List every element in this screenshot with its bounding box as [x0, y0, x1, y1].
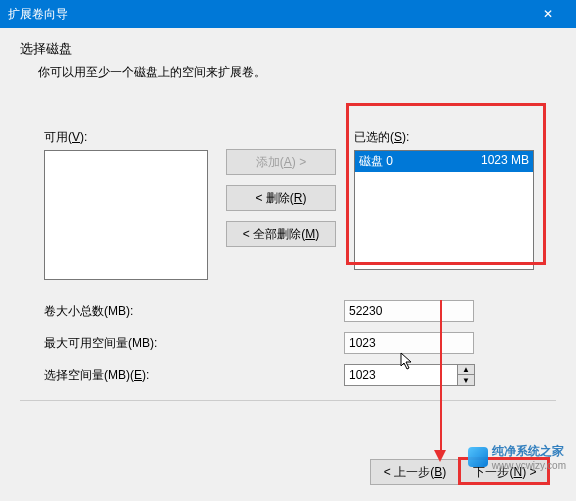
- add-button[interactable]: 添加(A) >: [226, 149, 336, 175]
- window-title: 扩展卷向导: [8, 6, 68, 23]
- size-fields: 卷大小总数(MB): 52230 最大可用空间量(MB): 1023 选择空间量…: [44, 300, 556, 386]
- available-listbox[interactable]: [44, 150, 208, 280]
- disk-selection-row: 可用(V): 添加(A) > < 删除(R) < 全部删除(M) 已选的(S):…: [20, 129, 556, 280]
- max-size-value: 1023: [344, 332, 474, 354]
- watermark: 纯净系统之家 www.ycwjzy.com: [468, 443, 566, 471]
- available-column: 可用(V):: [44, 129, 208, 280]
- spinner-buttons: ▲ ▼: [458, 364, 475, 386]
- remove-all-button[interactable]: < 全部删除(M): [226, 221, 336, 247]
- select-size-label: 选择空间量(MB)(E):: [44, 367, 344, 384]
- watermark-logo-icon: [468, 447, 488, 467]
- list-item[interactable]: 磁盘 0 1023 MB: [355, 151, 533, 172]
- max-size-label: 最大可用空间量(MB):: [44, 335, 344, 352]
- total-size-value: 52230: [344, 300, 474, 322]
- transfer-buttons: 添加(A) > < 删除(R) < 全部删除(M): [226, 129, 336, 247]
- selected-item-name: 磁盘 0: [359, 153, 393, 170]
- page-heading: 选择磁盘: [20, 40, 556, 58]
- selected-item-size: 1023 MB: [481, 153, 529, 170]
- content-area: 选择磁盘 你可以用至少一个磁盘上的空间来扩展卷。 可用(V): 添加(A) > …: [0, 28, 576, 401]
- cursor-icon: [400, 352, 416, 374]
- selected-listbox[interactable]: 磁盘 0 1023 MB: [354, 150, 534, 270]
- close-icon[interactable]: ✕: [528, 0, 568, 28]
- back-button[interactable]: < 上一步(B): [370, 459, 460, 485]
- spinner-down-icon[interactable]: ▼: [458, 375, 474, 385]
- selected-label: 已选的(S):: [354, 129, 540, 146]
- available-label: 可用(V):: [44, 129, 208, 146]
- spinner-up-icon[interactable]: ▲: [458, 365, 474, 375]
- select-size-row: 选择空间量(MB)(E): 1023 ▲ ▼: [44, 364, 556, 386]
- watermark-text: 纯净系统之家: [492, 443, 566, 460]
- max-size-row: 最大可用空间量(MB): 1023: [44, 332, 556, 354]
- watermark-url: www.ycwjzy.com: [492, 460, 566, 471]
- total-size-label: 卷大小总数(MB):: [44, 303, 344, 320]
- titlebar: 扩展卷向导 ✕: [0, 0, 576, 28]
- page-subheading: 你可以用至少一个磁盘上的空间来扩展卷。: [38, 64, 556, 81]
- divider: [20, 400, 556, 401]
- total-size-row: 卷大小总数(MB): 52230: [44, 300, 556, 322]
- selected-column: 已选的(S): 磁盘 0 1023 MB: [354, 129, 540, 270]
- remove-button[interactable]: < 删除(R): [226, 185, 336, 211]
